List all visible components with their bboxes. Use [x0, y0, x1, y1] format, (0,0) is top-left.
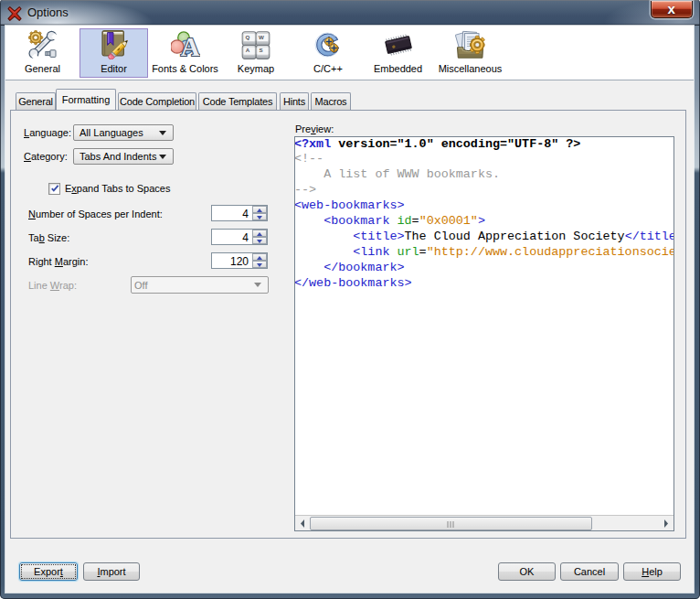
- svg-text:A: A: [180, 32, 199, 59]
- svg-text:W: W: [259, 34, 264, 40]
- svg-text:Q: Q: [245, 34, 249, 40]
- svg-text:S: S: [259, 47, 262, 53]
- svg-text:A: A: [246, 47, 250, 53]
